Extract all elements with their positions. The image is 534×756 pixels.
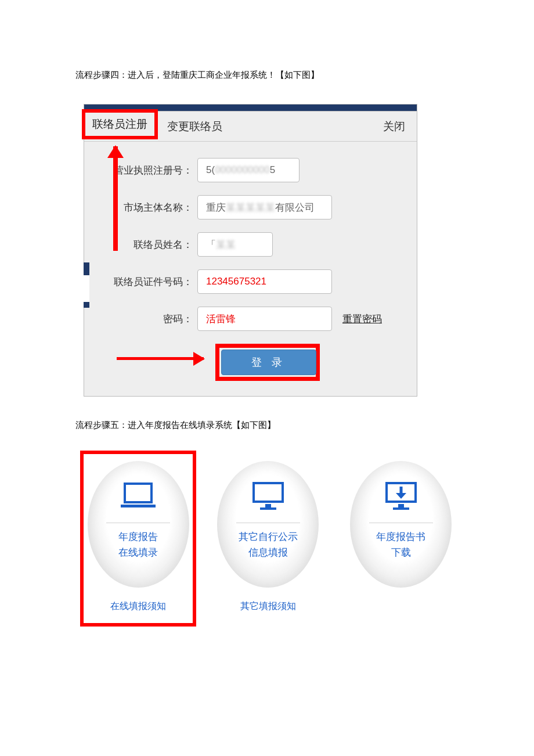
card-annual-report-online[interactable]: 年度报告 在线填录 在线填报须知 [80, 451, 196, 627]
input-password[interactable]: 活雷锋 [197, 307, 332, 331]
card-oval: 年度报告书 下载 [350, 461, 452, 588]
function-cards-row: 年度报告 在线填录 在线填报须知 其它自行公示 信息填报 其它填报须知 [84, 454, 459, 623]
card-title-line1: 年度报告 [118, 529, 158, 545]
entity-prefix: 重庆 [206, 201, 226, 214]
contact-name-prefix: 「 [206, 238, 216, 251]
divider [236, 523, 300, 523]
card-oval: 其它自行公示 信息填报 [217, 461, 319, 588]
label-password: 密码： [96, 312, 197, 326]
reset-password-link[interactable]: 重置密码 [342, 312, 382, 326]
tab-register[interactable]: 联络员注册 [82, 109, 158, 139]
card-subtitle-link[interactable]: 在线填报须知 [84, 600, 193, 613]
card-title: 其它自行公示 信息填报 [239, 529, 298, 560]
label-entity-name: 市场主体名称： [96, 201, 197, 214]
card-title-line2: 下载 [376, 545, 425, 560]
input-entity-name[interactable]: 重庆 某某某某某 有限公司 [197, 195, 332, 219]
login-dialog-figure: 联络员注册 变更联络员 关闭 营业执照注册号： 5( 0000000000 5 [84, 104, 417, 397]
card-subtitle-link[interactable]: 其它填报须知 [210, 600, 326, 613]
card-title-line2: 信息填报 [239, 545, 298, 560]
input-license-number[interactable]: 5( 0000000000 5 [197, 158, 300, 182]
monitor-icon [252, 476, 284, 518]
annotation-arrow-down-icon [113, 146, 118, 251]
card-title: 年度报告书 下载 [376, 529, 425, 560]
tab-change-contact[interactable]: 变更联络员 [158, 111, 232, 142]
laptop-icon [121, 476, 156, 518]
login-dialog: 联络员注册 变更联络员 关闭 营业执照注册号： 5( 0000000000 5 [84, 111, 417, 397]
download-icon [385, 476, 417, 518]
license-prefix: 5( [206, 164, 215, 176]
step4-heading: 流程步骤四：进入后，登陆重庆工商企业年报系统！【如下图】 [75, 70, 459, 81]
card-title-line1: 其它自行公示 [239, 529, 298, 545]
card-title: 年度报告 在线填录 [118, 529, 158, 560]
login-button[interactable]: 登 录 [221, 350, 316, 375]
card-annual-report-download[interactable]: 年度报告书 下载 [343, 454, 459, 623]
label-contact-name: 联络员姓名： [96, 238, 197, 251]
card-other-disclosure[interactable]: 其它自行公示 信息填报 其它填报须知 [210, 454, 326, 623]
label-id-number: 联络员证件号码： [96, 275, 197, 289]
contact-name-blur: 某某 [216, 238, 236, 251]
license-blur: 0000000000 [215, 164, 270, 176]
card-title-line1: 年度报告书 [376, 529, 425, 545]
divider [369, 523, 433, 523]
input-id-number[interactable]: 12345675321 [197, 269, 332, 294]
entity-suffix: 有限公司 [275, 201, 315, 214]
card-oval: 年度报告 在线填录 [88, 461, 189, 588]
login-button-highlight: 登 录 [215, 344, 320, 381]
left-color-strip [84, 262, 89, 308]
license-suffix: 5 [270, 164, 275, 176]
label-license-number: 营业执照注册号： [96, 164, 197, 177]
input-contact-name[interactable]: 「 某某 [197, 232, 273, 257]
entity-blur: 某某某某某 [226, 201, 275, 214]
divider [106, 523, 170, 523]
card-title-line2: 在线填录 [118, 545, 158, 560]
close-button[interactable]: 关闭 [371, 111, 417, 142]
step5-heading: 流程步骤五：进入年度报告在线填录系统【如下图】 [75, 420, 459, 431]
annotation-arrow-right-icon [117, 357, 204, 360]
